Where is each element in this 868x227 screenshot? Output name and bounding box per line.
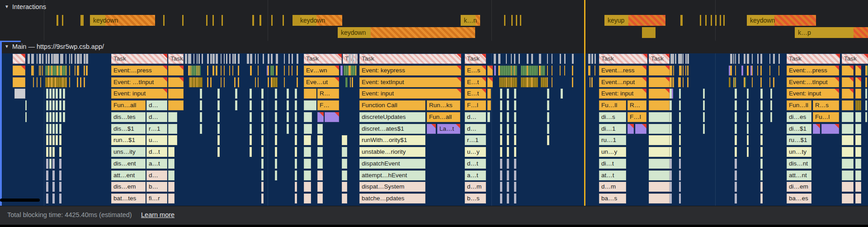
interaction-tick-bar[interactable] [212,15,214,26]
flame-bar[interactable]: r…1 [465,135,486,145]
flame-bar[interactable] [519,54,520,64]
flame-bar[interactable] [229,54,231,64]
flame-bar[interactable] [564,66,565,76]
flame-bar[interactable] [813,124,820,134]
flame-bar[interactable] [507,182,509,192]
flame-bar[interactable] [842,77,854,87]
flame-bar[interactable] [51,66,52,76]
flame-bar[interactable] [59,147,61,157]
task-bar[interactable]: Task [787,54,840,64]
flame-bar[interactable] [752,54,753,64]
flame-bar[interactable] [250,54,252,64]
flame-bar[interactable] [342,170,347,180]
flame-bar[interactable] [487,89,491,99]
flame-bar[interactable] [276,66,278,76]
flame-bar[interactable] [238,54,240,64]
flame-bar[interactable] [14,89,25,99]
flame-bar[interactable] [511,54,512,64]
flame-bar[interactable]: R…s [813,100,839,110]
flame-bar[interactable] [735,100,737,110]
flame-bar[interactable] [168,135,177,145]
flame-bar[interactable] [500,159,502,169]
flame-bar[interactable] [670,100,672,110]
flame-bar[interactable] [295,159,297,169]
flame-bar[interactable] [865,77,867,87]
flame-bar[interactable] [46,194,48,203]
flame-bar[interactable] [507,159,509,169]
flame-bar[interactable] [207,54,209,64]
flame-bar[interactable] [741,66,743,76]
flame-bar[interactable] [349,54,351,64]
interaction-tick-bar[interactable] [259,15,261,26]
flame-bar[interactable] [261,170,264,180]
flame-bar[interactable] [769,66,770,76]
flame-bar[interactable] [275,124,277,134]
flame-bar[interactable] [258,77,259,87]
flame-bar[interactable] [703,124,705,134]
flame-bar[interactable] [188,66,190,76]
flame-bar[interactable] [168,124,177,134]
flame-bar[interactable] [498,54,500,64]
flame-bar[interactable]: Event: input [787,89,839,99]
flame-bar[interactable] [198,54,200,64]
flame-bar[interactable] [842,66,854,76]
flame-bar[interactable] [514,159,516,169]
flame-bar[interactable]: d… [465,112,486,122]
flame-bar[interactable] [588,66,590,76]
flame-bar[interactable]: Event:…press [111,66,167,76]
flame-bar[interactable] [37,54,38,64]
flame-bar[interactable] [730,66,732,76]
interaction-tick-bar[interactable] [57,15,58,26]
flame-bar[interactable] [670,147,672,157]
flame-bar[interactable] [514,135,516,145]
flame-bar[interactable] [295,112,297,122]
flame-bar[interactable] [500,112,502,122]
flame-bar[interactable]: dis…$1 [111,124,146,134]
flame-bar[interactable] [738,54,740,64]
main-track-title[interactable]: Main — https://9sr5wp.csb.app/ [12,43,104,50]
flame-bar[interactable] [224,54,225,64]
flame-bar[interactable] [760,147,763,157]
interaction-tick-bar[interactable] [520,15,521,26]
flame-bar[interactable] [670,170,672,180]
flame-bar[interactable]: di…t [599,159,626,169]
flame-bar[interactable] [271,77,272,87]
flame-bar[interactable] [75,54,76,64]
flame-bar[interactable] [275,170,277,180]
flame-bar[interactable] [304,159,311,169]
flame-bar[interactable] [292,54,293,64]
flame-bar[interactable]: d…m [465,182,486,192]
flame-bar[interactable]: d… [146,100,167,110]
flame-bar[interactable] [168,89,184,99]
flame-bar[interactable]: d…m [599,182,626,192]
flame-bar[interactable] [297,66,298,76]
flame-bar[interactable] [514,112,516,122]
flame-bar[interactable] [275,147,277,157]
flame-bar[interactable] [735,124,737,134]
flame-bar[interactable]: Event: input [599,89,646,99]
flame-bar[interactable] [735,194,737,203]
flame-bar[interactable] [679,112,681,122]
flame-bar[interactable]: d… [146,170,167,180]
flame-bar[interactable] [295,100,297,110]
flame-bar[interactable] [86,66,88,76]
flame-bar[interactable] [547,124,549,134]
flame-bar[interactable] [747,147,749,157]
flame-bar[interactable] [193,77,194,87]
flame-bar[interactable] [63,89,65,99]
flame-bar[interactable] [59,194,61,203]
flame-bar[interactable] [168,147,175,157]
flame-bar[interactable] [261,135,264,145]
flame-bar[interactable]: un…ty [787,147,811,157]
interactions-track-title[interactable]: Interactions [12,3,46,10]
flame-bar[interactable] [760,159,763,169]
flame-bar[interactable]: discret…ates$1 [359,124,425,134]
flame-bar[interactable] [46,54,47,64]
flame-bar[interactable] [48,77,49,87]
flame-bar[interactable] [865,89,867,99]
flame-bar[interactable]: unstable…riority [359,147,425,157]
flame-bar[interactable] [234,77,236,87]
flame-bar[interactable] [49,135,52,145]
flame-bar[interactable] [703,112,705,122]
flame-bar[interactable] [507,124,509,134]
